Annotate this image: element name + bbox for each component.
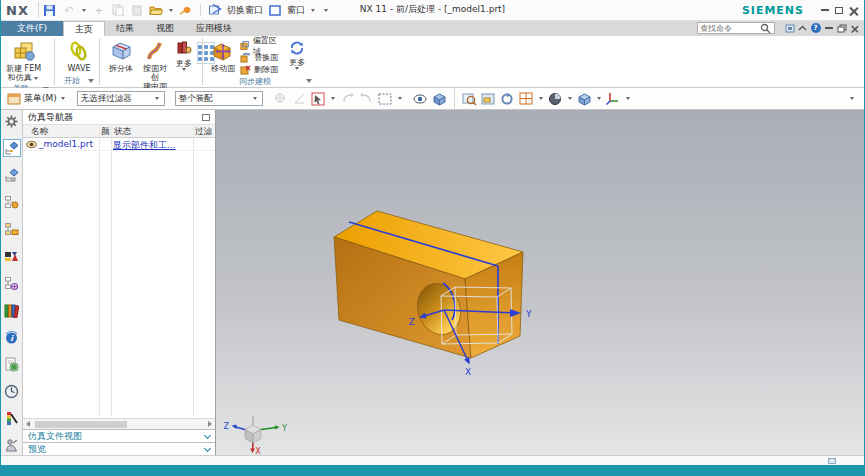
- tab-home[interactable]: 主页: [63, 21, 105, 36]
- panel-float-icon[interactable]: [202, 114, 210, 121]
- menu-icon[interactable]: [5, 90, 22, 107]
- shaded-view-icon[interactable]: [431, 90, 448, 107]
- visibility-eye-icon[interactable]: [26, 140, 37, 149]
- render-style-dropdown-icon[interactable]: [568, 97, 572, 100]
- child-close-icon[interactable]: [848, 22, 861, 34]
- child-restore-icon[interactable]: [835, 22, 848, 34]
- delete-face-button[interactable]: 删除面: [238, 64, 283, 75]
- selection-filter-combo[interactable]: 无选择过滤器: [77, 91, 165, 106]
- simulation-navigator-icon[interactable]: [3, 139, 21, 157]
- save-icon[interactable]: [42, 2, 58, 18]
- web-browser-icon[interactable]: i: [3, 328, 21, 346]
- history-icon[interactable]: [3, 355, 21, 373]
- search-icon[interactable]: [760, 23, 771, 34]
- marquee-dropdown-icon[interactable]: [398, 97, 402, 100]
- navigator-hscrollbar[interactable]: [23, 418, 215, 429]
- search-input[interactable]: [698, 24, 760, 33]
- midsurface-button[interactable]: 按面对创 建中面: [137, 38, 173, 93]
- constraint-navigator-icon[interactable]: [3, 220, 21, 238]
- group-label-start[interactable]: 开始: [58, 74, 96, 87]
- qat-overflow-icon[interactable]: [324, 9, 328, 12]
- palette-icon[interactable]: [3, 409, 21, 427]
- tree-item-name[interactable]: _model1.prt: [39, 139, 93, 149]
- wave-button[interactable]: WAVE: [60, 38, 98, 74]
- toolbar-overflow-icon[interactable]: [850, 97, 854, 100]
- open-dropdown-icon[interactable]: [169, 9, 173, 12]
- marquee-select-icon[interactable]: [377, 90, 394, 107]
- orient-view-icon[interactable]: [576, 90, 593, 107]
- 3d-scene[interactable]: Z Y X Z Y X: [216, 110, 864, 455]
- status-bar: [1, 455, 864, 465]
- switch-window-icon[interactable]: [207, 2, 223, 18]
- selection-scope-combo[interactable]: 整个装配: [175, 91, 263, 106]
- gear-icon[interactable]: [3, 112, 21, 130]
- select-highlight-icon[interactable]: [310, 90, 327, 107]
- more-geometry-button[interactable]: 更多: [173, 38, 195, 93]
- scroll-left-icon[interactable]: [23, 419, 33, 429]
- tree-item-status-link[interactable]: 显示部件和工...: [113, 139, 176, 152]
- replace-face-button[interactable]: 替换面: [238, 52, 283, 63]
- window-label[interactable]: 窗口: [287, 4, 305, 17]
- tab-view[interactable]: 视图: [145, 21, 185, 36]
- csys-display-icon[interactable]: [605, 90, 622, 107]
- open-icon[interactable]: [148, 2, 164, 18]
- command-finder-icon[interactable]: [178, 2, 194, 18]
- selection-filter-dropdown-icon[interactable]: [155, 97, 159, 100]
- render-style-icon[interactable]: [547, 90, 564, 107]
- more-synchronous-button[interactable]: 更多: [283, 38, 312, 75]
- more-geometry-dropdown-icon[interactable]: [182, 68, 186, 71]
- group-label-synchronous[interactable]: 同步建模: [206, 75, 314, 87]
- system-clock-icon[interactable]: [3, 382, 21, 400]
- minimize-button[interactable]: [818, 4, 832, 16]
- status-grid-icon[interactable]: [828, 458, 836, 464]
- maximize-button[interactable]: [832, 4, 846, 16]
- tab-results[interactable]: 结果: [105, 21, 145, 36]
- relations-browser-icon[interactable]: [3, 274, 21, 292]
- assembly-navigator-icon[interactable]: [3, 193, 21, 211]
- select-dropdown-icon[interactable]: [331, 97, 335, 100]
- refresh-icon[interactable]: [499, 90, 516, 107]
- menu-label[interactable]: 菜单(M): [24, 92, 57, 105]
- close-button[interactable]: [846, 4, 860, 16]
- post-processing-navigator-icon[interactable]: [3, 166, 21, 184]
- face-grid-icon[interactable]: [518, 90, 535, 107]
- move-face-button[interactable]: 移动面: [208, 38, 238, 75]
- fit-view-icon[interactable]: [461, 90, 478, 107]
- show-hide-icon[interactable]: [412, 90, 429, 107]
- column-name[interactable]: 名称: [31, 126, 48, 138]
- section-preview[interactable]: 预览: [23, 442, 215, 455]
- hd3d-tools-icon[interactable]: [3, 247, 21, 265]
- split-body-button[interactable]: 拆分体: [105, 38, 137, 93]
- tab-file[interactable]: 文件(F): [1, 21, 63, 36]
- graphics-viewport[interactable]: Z Y X Z Y X: [216, 110, 864, 455]
- help-icon[interactable]: ?: [809, 22, 822, 34]
- scroll-right-icon[interactable]: [205, 419, 215, 429]
- undo-dropdown-icon[interactable]: [82, 9, 86, 12]
- minimize-ribbon-icon[interactable]: [796, 22, 809, 34]
- more-synchronous-dropdown-icon[interactable]: [295, 67, 299, 70]
- switch-window-label[interactable]: 切换窗口: [227, 4, 263, 17]
- column-status[interactable]: 状态: [114, 126, 131, 138]
- orient-view-dropdown-icon[interactable]: [597, 97, 601, 100]
- new-fem-dropdown-icon[interactable]: [34, 77, 38, 80]
- menu-dropdown-icon[interactable]: [61, 97, 65, 100]
- face-grid-dropdown-icon[interactable]: [539, 97, 543, 100]
- offset-region-button[interactable]: 偏置区域: [238, 40, 283, 51]
- fullscreen-icon[interactable]: [783, 22, 796, 34]
- new-fem-simulation-button[interactable]: 新建 FEM 和仿真: [3, 38, 44, 83]
- scrollbar-thumb[interactable]: [35, 421, 127, 428]
- child-minimize-icon[interactable]: [822, 22, 835, 34]
- roles-icon[interactable]: [3, 436, 21, 454]
- column-filter[interactable]: 过滤: [195, 126, 212, 138]
- csys-dropdown-icon[interactable]: [626, 97, 630, 100]
- selection-scope-dropdown-icon[interactable]: [253, 97, 257, 100]
- section-simulation-file-view[interactable]: 仿真文件视图: [23, 429, 215, 442]
- tab-application[interactable]: 应用模块: [185, 21, 243, 36]
- column-color[interactable]: 颜: [101, 126, 110, 138]
- midsurface-icon: [142, 39, 168, 63]
- library-icon[interactable]: [3, 301, 21, 319]
- window-icon[interactable]: [267, 2, 283, 18]
- window-dropdown-icon[interactable]: [311, 9, 315, 12]
- tree-row-model1[interactable]: _model1.prt 显示部件和工...: [23, 138, 215, 151]
- window-display-icon[interactable]: [480, 90, 497, 107]
